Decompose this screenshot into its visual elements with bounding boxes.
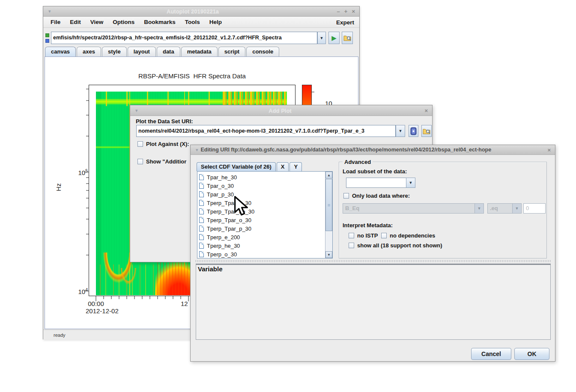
tab-script[interactable]: script xyxy=(218,47,245,56)
where-value-input[interactable]: 0 xyxy=(523,203,546,214)
where-parameter-combobox[interactable]: B_Eq ▼ xyxy=(343,203,484,214)
window-shade-icon[interactable]: ▾ xyxy=(196,147,198,153)
show-additional-row: Show "Additior xyxy=(137,157,186,165)
tab-y[interactable]: Y xyxy=(289,162,302,171)
file-icon xyxy=(199,191,204,197)
variable-detail-panel: Variable xyxy=(196,264,551,340)
tab-layout[interactable]: layout xyxy=(128,47,156,56)
x-tick-0000: 00:00 xyxy=(86,300,106,307)
editing-uri-titlebar[interactable]: ▾ Editing URI ftp://cdaweb.gsfc.nasa.gov… xyxy=(191,145,555,155)
list-item[interactable]: Tpar_p_30 xyxy=(199,190,234,199)
main-titlebar[interactable]: ▾ Autoplot 20190221a – + × xyxy=(43,6,359,17)
list-item[interactable]: Tperp_he_30 xyxy=(199,241,240,250)
advanced-legend: Advanced xyxy=(343,159,373,165)
list-item[interactable]: Tpar_he_30 xyxy=(199,173,237,181)
no-dependencies-checkbox[interactable] xyxy=(381,233,387,238)
file-icon xyxy=(199,251,204,257)
chevron-down-icon[interactable]: ▼ xyxy=(406,178,415,188)
only-load-checkbox[interactable] xyxy=(343,193,349,199)
where-operator-combobox[interactable]: .eq ▼ xyxy=(487,203,522,214)
list-item[interactable]: Tpar_o_30 xyxy=(199,181,234,190)
cancel-button[interactable]: Cancel xyxy=(471,348,511,360)
only-load-row: Only load data where: xyxy=(343,192,410,199)
plot-against-row: Plot Against (X): xyxy=(137,140,189,148)
menu-file[interactable]: File xyxy=(46,19,65,25)
variable-panel-label: Variable xyxy=(198,265,223,273)
menu-bookmarks[interactable]: Bookmarks xyxy=(139,19,180,25)
menu-help[interactable]: Help xyxy=(205,19,227,25)
datasource-green-indicator-icon xyxy=(45,33,49,37)
dataset-uri-input[interactable]: noments/rel04/2012/rbspa_rel04_ect-hope-… xyxy=(136,125,396,137)
show-all-row: show all (18 support not shown) xyxy=(349,241,442,249)
cdf-variable-list: Tpar_he_30 Tpar_o_30 Tpar_p_30 Tperp_Tpa… xyxy=(197,171,333,258)
tab-axes[interactable]: axes xyxy=(77,47,101,56)
subset-combobox[interactable]: ▼ xyxy=(346,178,415,188)
status-text: ready xyxy=(54,333,66,338)
tab-console[interactable]: console xyxy=(246,47,279,56)
file-icon xyxy=(199,234,204,240)
file-icon xyxy=(199,174,204,180)
scrollbar[interactable]: ▲ ≡ ▼ xyxy=(325,172,332,258)
bookmark-button[interactable] xyxy=(409,125,418,137)
screen: ▾ Autoplot 20190221a – + × File Edit Vie… xyxy=(0,0,576,392)
add-plot-titlebar[interactable]: ▾ Add Plot × xyxy=(130,105,432,116)
chevron-down-icon: ▼ xyxy=(399,129,403,133)
main-tab-bar: canvas axes style layout data metadata s… xyxy=(45,47,280,56)
no-dependencies-label: no dependencies xyxy=(390,232,435,239)
expert-label[interactable]: Expert xyxy=(336,17,354,28)
list-item[interactable]: Tperp_e_200 xyxy=(199,233,240,241)
tab-select-cdf-variable[interactable]: Select CDF Variable (of 26) xyxy=(197,162,276,171)
menu-bar: File Edit View Options Bookmarks Tools H… xyxy=(43,17,359,28)
menu-options[interactable]: Options xyxy=(108,19,139,25)
no-istp-row: no ISTP xyxy=(349,232,378,239)
no-dependencies-row: no dependencies xyxy=(381,232,435,239)
play-icon: ▶ xyxy=(331,34,337,42)
y-tick-1e5: 105 xyxy=(70,168,88,176)
list-item[interactable]: Tperp_o_30 xyxy=(199,250,237,258)
show-all-checkbox[interactable] xyxy=(349,243,354,248)
tab-canvas[interactable]: canvas xyxy=(45,47,76,56)
file-icon xyxy=(199,243,204,249)
menu-tools[interactable]: Tools xyxy=(180,19,205,25)
minimize-icon[interactable]: – xyxy=(337,9,340,14)
main-window-title: Autoplot 20190221a xyxy=(51,8,335,15)
plot-against-checkbox[interactable] xyxy=(137,141,143,147)
scrollbar-thumb[interactable]: ≡ xyxy=(325,179,332,231)
scroll-down-icon[interactable]: ▼ xyxy=(325,251,332,258)
close-icon[interactable]: × xyxy=(352,9,355,14)
split-divider[interactable] xyxy=(195,260,552,262)
file-icon xyxy=(199,226,204,232)
uri-dropdown-button[interactable]: ▼ xyxy=(396,125,405,137)
close-icon[interactable]: × xyxy=(547,147,551,153)
file-icon xyxy=(199,217,204,223)
interpret-metadata-label: Interpret Metadata: xyxy=(343,222,393,229)
no-istp-checkbox[interactable] xyxy=(349,233,354,238)
editing-uri-title: Editing URI ftp://cdaweb.gsfc.nasa.gov/p… xyxy=(201,147,546,153)
y-axis-label: Hz xyxy=(55,183,62,191)
tab-style[interactable]: style xyxy=(102,47,127,56)
file-browse-button[interactable] xyxy=(342,32,353,44)
tab-metadata[interactable]: metadata xyxy=(181,47,218,56)
list-item[interactable]: Tperp_Tpar_p_30 xyxy=(199,224,251,233)
show-additional-label: Show "Additior xyxy=(146,158,186,165)
maximize-icon[interactable]: + xyxy=(344,9,348,14)
go-plot-button[interactable]: ▶ xyxy=(328,32,340,44)
folder-magnifier-icon xyxy=(343,35,351,41)
scroll-up-icon[interactable]: ▲ xyxy=(325,172,332,178)
uri-dropdown-button[interactable]: ▼ xyxy=(317,32,326,44)
tab-data[interactable]: data xyxy=(157,47,180,56)
tab-x[interactable]: X xyxy=(277,162,289,171)
bookmark-icon xyxy=(410,127,417,135)
uri-address-input[interactable]: emfisis/hfr/spectra/2012/rbsp-a_hfr-spec… xyxy=(51,32,317,44)
ok-button[interactable]: OK xyxy=(514,348,549,360)
menu-edit[interactable]: Edit xyxy=(65,19,86,25)
file-browse-button[interactable] xyxy=(421,125,432,137)
file-icon xyxy=(199,208,204,214)
menu-view[interactable]: View xyxy=(86,19,108,25)
advanced-groupbox: Advanced Load subset of the data: ▼ Only… xyxy=(339,162,547,258)
show-additional-checkbox[interactable] xyxy=(137,159,143,164)
show-all-label: show all (18 support not shown) xyxy=(357,242,442,249)
close-icon[interactable]: × xyxy=(424,108,428,113)
only-load-label: Only load data where: xyxy=(352,193,410,199)
load-subset-label: Load subset of the data: xyxy=(343,168,407,175)
